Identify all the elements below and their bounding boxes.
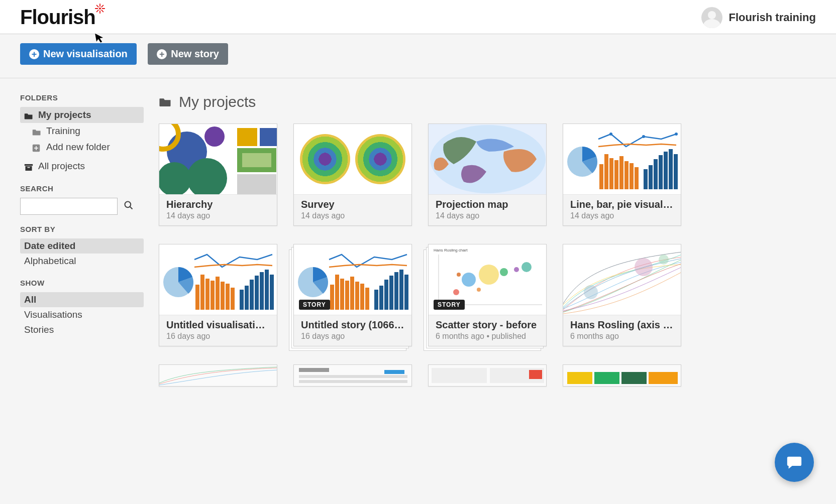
svg-rect-55 <box>335 275 339 310</box>
project-date: 14 days ago <box>166 211 270 220</box>
svg-rect-38 <box>195 285 199 310</box>
project-thumb <box>294 124 411 194</box>
project-card[interactable] <box>293 364 412 387</box>
sort-date-edited[interactable]: Date edited <box>20 238 144 254</box>
sidebar-item-training[interactable]: Training <box>20 123 144 139</box>
svg-rect-63 <box>379 286 383 310</box>
project-date: 6 months ago • published <box>436 332 539 341</box>
cursor-icon <box>94 32 106 47</box>
svg-rect-31 <box>664 152 668 189</box>
project-title: Survey <box>301 199 404 210</box>
svg-rect-19 <box>599 164 603 189</box>
svg-rect-30 <box>659 155 663 189</box>
main: FOLDERS My projects Training Add new fol… <box>0 78 836 402</box>
project-meta: Hierarchy 14 days ago <box>159 194 277 225</box>
page-title-row: My projects <box>159 93 816 110</box>
svg-point-84 <box>659 255 669 265</box>
svg-rect-60 <box>360 284 364 310</box>
svg-point-76 <box>500 268 508 276</box>
project-title: Scatter story - before <box>436 319 539 331</box>
svg-rect-42 <box>216 277 220 310</box>
svg-rect-43 <box>221 282 225 310</box>
svg-rect-51 <box>265 270 269 310</box>
project-date: 14 days ago <box>436 211 539 220</box>
svg-rect-88 <box>384 370 404 374</box>
svg-rect-3 <box>25 166 32 171</box>
logo[interactable]: Flourish <box>20 6 106 29</box>
project-card[interactable] <box>428 364 547 387</box>
svg-point-74 <box>462 273 476 287</box>
project-card[interactable]: STORY Untitled story (1066001) 16 days a… <box>293 244 412 346</box>
svg-rect-21 <box>609 158 613 189</box>
sidebar-item-label: Training <box>46 125 80 137</box>
svg-rect-91 <box>529 370 542 379</box>
svg-point-79 <box>521 262 532 272</box>
project-card[interactable]: Untitled visualisation (81 16 days ago <box>159 244 277 346</box>
svg-rect-85 <box>299 368 329 372</box>
svg-rect-47 <box>245 286 249 310</box>
show-all[interactable]: All <box>20 292 144 307</box>
logo-text: Flourish <box>20 6 95 29</box>
account-name: Flourish training <box>728 11 816 24</box>
svg-point-5 <box>125 201 131 207</box>
project-thumb <box>563 244 681 315</box>
svg-rect-2 <box>25 164 33 166</box>
search-icon[interactable] <box>124 200 134 213</box>
show-stories[interactable]: Stories <box>20 322 144 337</box>
svg-rect-52 <box>270 275 274 310</box>
sort-heading: SORT BY <box>20 225 144 233</box>
project-card[interactable]: Hans Rosling chart STORY Scatter story -… <box>428 244 547 346</box>
svg-rect-93 <box>594 372 619 384</box>
svg-point-35 <box>642 135 645 138</box>
svg-point-34 <box>609 133 612 136</box>
page-title: My projects <box>179 93 256 110</box>
project-card[interactable]: Hans Rosling (axis highlights) 6 months … <box>563 244 681 346</box>
actions-row: New visualisation New story <box>0 34 836 78</box>
svg-rect-58 <box>350 277 354 310</box>
avatar <box>701 7 722 28</box>
plus-circle-icon <box>157 49 167 59</box>
sort-alphabetical[interactable]: Alphabetical <box>20 254 144 269</box>
svg-rect-65 <box>389 276 393 310</box>
svg-rect-20 <box>604 154 608 189</box>
svg-rect-4 <box>28 167 30 168</box>
project-date: 6 months ago <box>570 332 674 341</box>
project-card[interactable]: Survey 14 days ago <box>293 123 412 226</box>
sidebar-item-all-projects[interactable]: All projects <box>20 158 144 174</box>
project-card[interactable] <box>563 364 681 387</box>
account-menu[interactable]: Flourish training <box>701 7 816 28</box>
project-meta: Scatter story - before 6 months ago • pu… <box>429 315 546 346</box>
story-badge: STORY <box>299 300 330 310</box>
project-thumb <box>563 365 681 386</box>
project-card[interactable]: Line, bar, pie visualizations 14 days ag… <box>563 123 681 226</box>
project-card[interactable] <box>159 364 277 387</box>
archive-icon <box>24 163 33 170</box>
project-card[interactable]: Projection map 14 days ago <box>428 123 547 226</box>
sidebar-item-add-folder[interactable]: Add new folder <box>20 139 144 155</box>
project-title: Line, bar, pie visualizations <box>570 199 674 210</box>
show-visualisations[interactable]: Visualisations <box>20 307 144 322</box>
project-thumb <box>429 124 546 194</box>
svg-rect-56 <box>340 279 344 310</box>
project-meta: Line, bar, pie visualizations 14 days ag… <box>563 194 681 225</box>
project-meta: Hans Rosling (axis highlights) 6 months … <box>563 315 681 346</box>
search-input[interactable] <box>20 198 118 215</box>
svg-rect-25 <box>630 163 634 189</box>
svg-rect-87 <box>299 380 407 383</box>
svg-rect-27 <box>644 169 648 189</box>
svg-rect-67 <box>399 270 403 310</box>
project-thumb <box>159 244 277 315</box>
svg-point-77 <box>514 267 519 272</box>
svg-rect-12 <box>260 128 277 146</box>
project-thumb: STORY <box>294 244 411 315</box>
project-card[interactable]: Hierarchy 14 days ago <box>159 123 277 226</box>
new-story-button[interactable]: New story <box>148 43 228 65</box>
new-visualisation-button[interactable]: New visualisation <box>20 43 137 65</box>
svg-point-78 <box>477 288 481 292</box>
plus-square-icon <box>32 144 41 151</box>
button-label: New story <box>171 48 219 60</box>
project-thumb <box>159 365 277 386</box>
svg-rect-15 <box>237 174 276 194</box>
project-title: Hans Rosling (axis highlights) <box>570 319 674 331</box>
sidebar-item-my-projects[interactable]: My projects <box>20 107 144 123</box>
